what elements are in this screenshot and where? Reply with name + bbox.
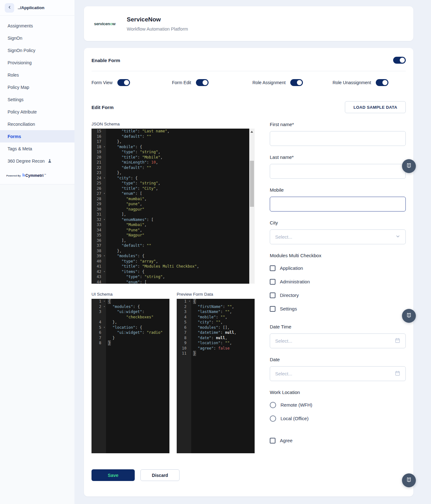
field-date: DateSelect... xyxy=(270,357,406,381)
cymmetri-mark-icon xyxy=(23,173,25,177)
code-text: ], xyxy=(106,238,255,243)
sidebar-item-roles[interactable]: Roles xyxy=(0,69,74,81)
enable-form-label: Enable Form xyxy=(92,58,120,63)
form-edit-toggle[interactable] xyxy=(196,79,209,86)
sidebar-item-forms[interactable]: Forms xyxy=(0,130,74,142)
sidebar-item-360-degree-recon[interactable]: 360 Degree Recon xyxy=(0,155,74,167)
floating-help-button[interactable] xyxy=(402,159,416,173)
fold-arrow-icon[interactable]: ▾ xyxy=(103,304,105,310)
checkbox-settings[interactable]: Settings xyxy=(270,302,406,316)
code-text: }, xyxy=(106,248,255,254)
code-line: 7 "datetime": null, xyxy=(177,330,255,335)
floating-help-button[interactable] xyxy=(402,473,416,487)
checkbox-agree[interactable]: Agree xyxy=(270,434,406,447)
fold-arrow-icon[interactable]: ▾ xyxy=(103,144,105,150)
line-number: 36 xyxy=(92,238,106,243)
checkbox-icon[interactable] xyxy=(270,279,275,285)
checkbox-icon[interactable] xyxy=(270,265,275,271)
sidebar-item-provisioning[interactable]: Provisioning xyxy=(0,56,74,69)
sidebar-item-policy-attribute[interactable]: Policy Attribute xyxy=(0,106,74,118)
option-label: Administration xyxy=(280,279,310,284)
checkbox-application[interactable]: Application xyxy=(270,261,406,275)
save-button[interactable]: Save xyxy=(92,469,135,481)
line-number: 19 xyxy=(92,149,106,155)
sidebar-item-signon[interactable]: SignOn xyxy=(0,32,74,44)
sidebar-item-signon-policy[interactable]: SignOn Policy xyxy=(0,44,74,56)
field-label: Modules Multi Checkbox xyxy=(270,253,406,258)
fold-arrow-icon[interactable]: ▾ xyxy=(103,176,105,181)
line-number: 31 xyxy=(92,212,106,217)
form-toggles-row: Form ViewForm EditRole AssignmentRole Un… xyxy=(92,79,406,86)
form-view-toggle[interactable] xyxy=(117,79,130,86)
code-text: }, xyxy=(106,139,255,144)
code-text: "firstName": "", xyxy=(191,304,255,310)
code-text: "mobile": "", xyxy=(191,315,255,320)
sidebar-item-tags-meta[interactable]: Tags & Meta xyxy=(0,142,74,155)
date-time-picker[interactable]: Select... xyxy=(270,333,406,348)
enable-form-toggle[interactable] xyxy=(393,57,406,64)
city-select[interactable]: Select... xyxy=(270,229,406,244)
code-line: 33 "Mumbai", xyxy=(92,222,255,228)
discard-button[interactable]: Discard xyxy=(140,469,180,481)
code-text: "default": "" xyxy=(106,134,255,139)
fold-arrow-icon[interactable]: ▾ xyxy=(103,269,105,275)
checkbox-icon[interactable] xyxy=(270,438,275,443)
mobile-input[interactable] xyxy=(270,197,406,211)
json-schema-editor[interactable]: 15 "title": "Last name",16 "default": ""… xyxy=(92,129,255,284)
field-mobile: Mobile xyxy=(270,187,406,211)
fold-arrow-icon[interactable]: ▾ xyxy=(103,299,105,304)
breadcrumb[interactable]: ../Application xyxy=(18,5,44,10)
line-number: 30 xyxy=(92,207,106,212)
code-line: 11} xyxy=(177,351,255,356)
code-line: 8} xyxy=(92,340,169,346)
last-name-input[interactable] xyxy=(270,164,406,179)
sidebar-item-reconciliation[interactable]: Reconciliation xyxy=(0,118,74,130)
fold-arrow-icon[interactable]: ▾ xyxy=(103,191,105,196)
code-line: 2 "firstName": "", xyxy=(177,304,255,310)
code-line: 25 "type": "string", xyxy=(92,181,255,186)
line-number: 33 xyxy=(92,222,106,228)
sidebar-item-policy-map[interactable]: Policy Map xyxy=(0,81,74,93)
radio-local-office[interactable]: Local (Office) xyxy=(270,412,406,425)
line-number: 20 xyxy=(92,155,106,160)
servicenow-logo: servicenow xyxy=(94,21,115,26)
load-sample-data-button[interactable]: LOAD SAMPLE DATA xyxy=(345,101,406,113)
preview-form-data-editor[interactable]: 1▾{2 "firstName": "",3 "lastName": "",4 … xyxy=(177,299,255,453)
trademark: ™ xyxy=(44,174,46,176)
code-line: 26 "title": "City", xyxy=(92,186,255,191)
sidebar-item-settings[interactable]: Settings xyxy=(0,93,74,106)
fold-arrow-icon[interactable]: ▾ xyxy=(189,299,190,304)
fold-arrow-icon[interactable]: ▾ xyxy=(103,325,105,330)
floating-help-button[interactable] xyxy=(402,309,416,323)
role-assignment-toggle[interactable] xyxy=(290,79,303,86)
open-book-icon xyxy=(406,312,412,320)
fold-arrow-icon[interactable]: ▾ xyxy=(103,253,105,259)
radio-icon[interactable] xyxy=(270,415,276,422)
first-name-input[interactable] xyxy=(270,131,406,146)
code-text: "title": "Last name", xyxy=(106,129,255,134)
radio-remote-wfh[interactable]: Remote (WFH) xyxy=(270,398,406,412)
line-number: 4 xyxy=(177,315,191,320)
checkbox-icon[interactable] xyxy=(270,293,275,298)
checkbox-icon[interactable] xyxy=(270,306,275,312)
preview-data-block: Preview Form Data 1▾{2 "firstName": "",3… xyxy=(177,292,255,453)
code-line: 5 "city": "", xyxy=(177,320,255,325)
checkbox-directory[interactable]: Directory xyxy=(270,288,406,302)
checkbox-administration[interactable]: Administration xyxy=(270,275,406,288)
sidebar-item-assignments[interactable]: Assignments xyxy=(0,20,74,32)
line-number: 1▾ xyxy=(177,299,191,304)
fold-arrow-icon[interactable]: ▾ xyxy=(103,217,105,223)
ui-schema-editor[interactable]: 1▾{2▾ "modules": {3 "ui:widget": "checkb… xyxy=(92,299,169,453)
line-number: 6 xyxy=(92,330,106,335)
field-label: Date xyxy=(270,357,406,362)
date-picker[interactable]: Select... xyxy=(270,366,406,381)
radio-icon[interactable] xyxy=(270,402,276,408)
code-line: 3 "lastName": "", xyxy=(177,309,255,315)
work-location-options: Remote (WFH)Local (Office) xyxy=(270,398,406,425)
form-config-card: Enable Form Form ViewForm EditRole Assig… xyxy=(84,48,413,496)
back-button[interactable] xyxy=(5,3,14,13)
role-unassignment-toggle[interactable] xyxy=(376,79,388,86)
code-text: "ui:widget": "checkboxes" xyxy=(106,309,169,320)
option-label: Agree xyxy=(280,438,292,443)
code-text: "type": "string", xyxy=(106,149,255,155)
